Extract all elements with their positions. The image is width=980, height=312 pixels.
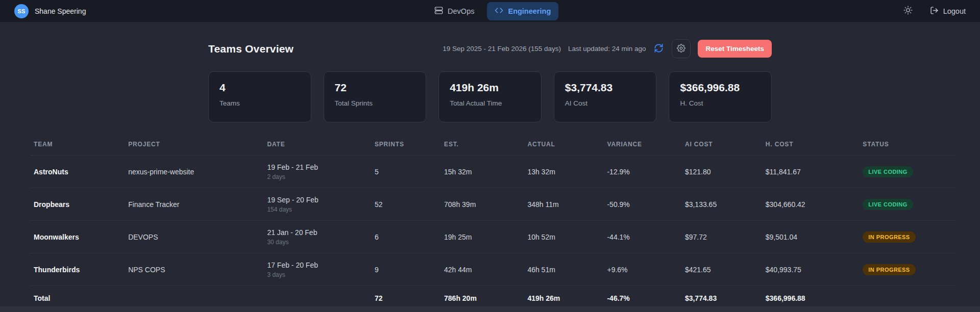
variance-value: +9.6% <box>603 253 681 286</box>
duration-value: 30 days <box>267 239 367 246</box>
status-cell: LIVE CODING <box>859 155 957 188</box>
variance-value: -44.1% <box>603 221 681 253</box>
gear-icon <box>677 44 685 54</box>
actual-value: 46h 51m <box>524 253 603 286</box>
actual-value: 13h 32m <box>524 155 603 188</box>
date-range-value: 19 Sep - 20 Feb <box>267 196 367 204</box>
sprints-value: 6 <box>371 221 440 253</box>
logout-label: Logout <box>943 7 966 15</box>
user-name: Shane Speering <box>35 7 86 15</box>
team-name: AstroNuts <box>30 155 125 188</box>
est-value: 19h 25m <box>440 221 524 253</box>
est-value: 42h 44m <box>440 253 524 286</box>
top-bar: SS Shane Speering DevOps Engineering <box>0 0 980 22</box>
ai-cost-value: $121.80 <box>681 155 762 188</box>
project-name: DEVOPS <box>125 221 263 253</box>
table-header-row: Team Project Date Sprints Est. Actual Va… <box>30 141 957 155</box>
stat-label: Teams <box>219 99 300 107</box>
col-est: Est. <box>440 141 524 155</box>
status-cell: IN PROGRESS <box>859 221 957 253</box>
h-cost-value: $11,841.67 <box>762 155 860 188</box>
h-cost-value: $40,993.75 <box>762 253 860 286</box>
tab-devops-label: DevOps <box>448 7 474 15</box>
stat-card-h-cost: $366,996.88 H. Cost <box>669 71 772 122</box>
settings-button[interactable] <box>672 39 691 58</box>
bottom-strip <box>0 306 980 312</box>
stat-value: 72 <box>335 82 415 94</box>
server-icon <box>434 6 443 16</box>
stat-value: $366,996.88 <box>680 82 761 94</box>
teams-table: Team Project Date Sprints Est. Actual Va… <box>30 141 957 310</box>
page-title: Teams Overview <box>208 43 293 55</box>
ai-cost-value: $421.65 <box>681 253 762 286</box>
stat-label: Total Actual Time <box>450 99 530 107</box>
sprints-value: 9 <box>371 253 440 286</box>
avatar[interactable]: SS <box>14 4 29 18</box>
sprints-value: 5 <box>371 155 440 188</box>
stat-label: Total Sprints <box>335 99 415 107</box>
logout-button[interactable]: Logout <box>930 6 966 16</box>
tab-engineering-label: Engineering <box>508 7 551 15</box>
project-name: NPS COPS <box>125 253 263 286</box>
date-cell: 19 Feb - 21 Feb 2 days <box>263 155 371 188</box>
h-cost-value: $304,660.42 <box>762 188 860 221</box>
theme-toggle-button[interactable] <box>903 6 913 16</box>
code-icon <box>495 6 503 16</box>
stat-card-ai-cost: $3,774.83 AI Cost <box>554 71 657 122</box>
col-status: Status <box>859 141 957 155</box>
stat-label: H. Cost <box>680 99 761 107</box>
logout-icon <box>930 6 939 16</box>
ai-cost-value: $97.72 <box>681 221 762 253</box>
stat-card-teams: 4 Teams <box>208 71 311 122</box>
actual-value: 10h 52m <box>524 221 603 253</box>
est-value: 15h 32m <box>440 155 524 188</box>
date-range-value: 21 Jan - 20 Feb <box>267 228 367 237</box>
stat-card-total-sprints: 72 Total Sprints <box>324 71 427 122</box>
duration-value: 154 days <box>267 206 367 213</box>
date-range-value: 17 Feb - 20 Feb <box>267 261 367 269</box>
date-range: 19 Sep 2025 - 21 Feb 2026 (155 days) <box>443 45 561 53</box>
project-name: nexus-prime-website <box>125 155 263 188</box>
col-h-cost: H. Cost <box>762 141 860 155</box>
date-range-value: 19 Feb - 21 Feb <box>267 163 367 171</box>
sprints-value: 52 <box>371 188 440 221</box>
table-row[interactable]: Dropbears Finance Tracker 19 Sep - 20 Fe… <box>30 188 957 221</box>
col-variance: Variance <box>603 141 681 155</box>
project-name: Finance Tracker <box>125 188 263 221</box>
stat-value: $3,774.83 <box>565 82 646 94</box>
h-cost-value: $9,501.04 <box>762 221 860 253</box>
status-badge: LIVE CODING <box>863 199 913 210</box>
tab-devops[interactable]: DevOps <box>427 2 482 20</box>
tab-engineering[interactable]: Engineering <box>487 2 558 20</box>
stat-label: AI Cost <box>565 99 646 107</box>
col-actual: Actual <box>524 141 603 155</box>
team-name: Moonwalkers <box>30 221 125 253</box>
table-row[interactable]: Thunderbirds NPS COPS 17 Feb - 20 Feb 3 … <box>30 253 957 286</box>
table-row[interactable]: Moonwalkers DEVOPS 21 Jan - 20 Feb 30 da… <box>30 221 957 253</box>
sun-icon <box>903 6 913 16</box>
stats-cards: 4 Teams 72 Total Sprints 419h 26m Total … <box>208 71 772 122</box>
stat-value: 419h 26m <box>450 82 530 94</box>
reset-timesheets-button[interactable]: Reset Timesheets <box>698 40 772 58</box>
user-block[interactable]: SS Shane Speering <box>14 4 86 18</box>
refresh-button[interactable] <box>653 42 665 56</box>
workspace-tabs: DevOps Engineering <box>427 2 558 20</box>
stat-card-total-actual-time: 419h 26m Total Actual Time <box>438 71 542 122</box>
last-updated: Last updated: 24 min ago <box>568 45 646 53</box>
variance-value: -12.9% <box>603 155 681 188</box>
col-project: Project <box>125 141 263 155</box>
actual-value: 348h 11m <box>524 188 603 221</box>
team-name: Thunderbirds <box>30 253 125 286</box>
variance-value: -50.9% <box>603 188 681 221</box>
date-cell: 21 Jan - 20 Feb 30 days <box>263 221 371 253</box>
duration-value: 2 days <box>267 173 367 180</box>
col-date: Date <box>263 141 371 155</box>
status-badge: LIVE CODING <box>863 166 913 177</box>
ai-cost-value: $3,133.65 <box>681 188 762 221</box>
date-cell: 17 Feb - 20 Feb 3 days <box>263 253 371 286</box>
status-badge: IN PROGRESS <box>863 264 915 275</box>
table-row[interactable]: AstroNuts nexus-prime-website 19 Feb - 2… <box>30 155 957 188</box>
status-badge: IN PROGRESS <box>863 231 915 243</box>
duration-value: 3 days <box>267 271 367 278</box>
col-ai-cost: AI Cost <box>681 141 762 155</box>
